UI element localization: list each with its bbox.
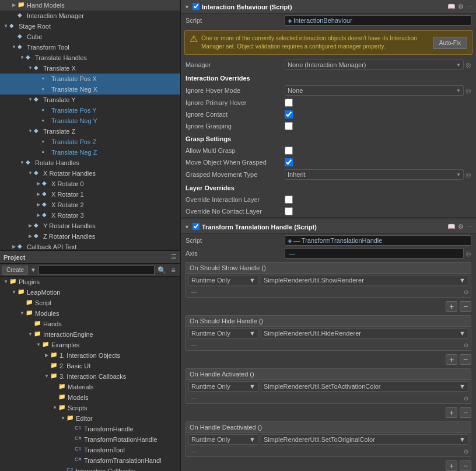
project-item-transform-handle[interactable]: C# TransformHandle	[0, 424, 180, 434]
project-item-modules[interactable]: ▼ 📁 Modules	[0, 308, 180, 319]
axis-value-field[interactable]: —	[285, 248, 464, 259]
expand-arrow: ▼	[2, 278, 9, 285]
hierarchy-item-x-rotator-3[interactable]: ▶ ◆ X Rotator 3	[0, 210, 180, 221]
hierarchy-item-transform-tool[interactable]: ▼ ◆ Transform Tool	[0, 42, 180, 53]
runtime-only-dropdown-activated[interactable]: Runtime Only ▼	[188, 381, 258, 392]
hierarchy-item-y-rotator-handles[interactable]: ▶ ◆ Y Rotator Handles	[0, 221, 180, 231]
component-menu-icon[interactable]: ⚙	[458, 223, 464, 231]
ignore-contact-checkbox[interactable]	[285, 110, 293, 118]
add-event-button[interactable]: +	[446, 301, 457, 312]
runtime-only-dropdown-hide[interactable]: Runtime Only ▼	[188, 328, 258, 339]
project-item-examples[interactable]: ▼ 📁 Examples	[0, 340, 180, 350]
hierarchy-item-translate-neg-y[interactable]: ▪ Translate Neg Y	[0, 116, 180, 126]
project-item-interaction-engine[interactable]: ▼ 📁 InteractionEngine	[0, 329, 180, 340]
overflow-icon[interactable]: ⋯	[466, 3, 473, 11]
event-pick-icon[interactable]: ⊙	[464, 395, 468, 402]
hierarchy-item-translate-handles[interactable]: ▼ ◆ Translate Handles	[0, 53, 180, 63]
overflow-icon[interactable]: ⋯	[466, 223, 473, 231]
hierarchy-item-translate-pos-y[interactable]: ▪ Translate Pos Y	[0, 105, 180, 116]
hierarchy-item-translate-y[interactable]: ▼ ◆ Translate Y	[0, 95, 180, 105]
hierarchy-item-z-rotator-handles[interactable]: ▶ ◆ Z Rotator Handles	[0, 231, 180, 242]
hierarchy-item-callback-api[interactable]: ▶ ◆ Callback API Text	[0, 242, 180, 251]
project-item-transform-rotation[interactable]: C# TransformRotationHandle	[0, 434, 180, 445]
override-interaction-checkbox[interactable]	[285, 196, 293, 204]
project-item-materials[interactable]: 📁 Materials	[0, 382, 180, 392]
expand-arrow: ▼	[27, 96, 34, 103]
axis-info-icon[interactable]: ◎	[466, 250, 471, 257]
event-controls-activated: — ⊙	[186, 393, 471, 403]
hierarchy-item-x-rotator-2[interactable]: ▶ ◆ X Rotator 2	[0, 200, 180, 210]
hierarchy-item-translate-pos-x[interactable]: ▪ Translate Pos X	[0, 74, 180, 84]
ignore-hover-dropdown[interactable]: None ▼	[285, 85, 464, 96]
project-item-transform-tool[interactable]: C# TransformTool	[0, 445, 180, 455]
move-when-grasped-checkbox[interactable]	[285, 158, 293, 166]
runtime-only-dropdown-show[interactable]: Runtime Only ▼	[188, 275, 258, 285]
project-item-leapmotion[interactable]: ▼ 📁 LeapMotion	[0, 287, 180, 298]
add-event-button[interactable]: +	[446, 407, 457, 418]
component-enabled-checkbox[interactable]	[192, 3, 200, 10]
fn-dropdown-show[interactable]: SimpleRendererUtil.ShowRenderer ▼	[261, 275, 468, 285]
project-item-interaction-objects[interactable]: ▶ 📁 1. Interaction Objects	[0, 350, 180, 361]
remove-event-button[interactable]: −	[460, 407, 471, 418]
search-button[interactable]: 🔍	[157, 266, 166, 275]
fn-dropdown-activated[interactable]: SimpleRendererUtil.SetToActivationColor …	[261, 381, 468, 392]
runtime-only-dropdown-deactivated[interactable]: Runtime Only ▼	[188, 434, 258, 445]
component-menu-icon[interactable]: ⚙	[458, 3, 464, 11]
project-item-interaction-callbacks-cs[interactable]: C# Interaction Callbacks	[0, 466, 180, 471]
project-item-editor[interactable]: ▼ 📁 Editor	[0, 413, 180, 424]
hierarchy-item-x-rotator-0[interactable]: ▶ ◆ X Rotator 0	[0, 179, 180, 189]
add-event-button[interactable]: +	[446, 354, 457, 365]
manager-dropdown[interactable]: None (Interaction Manager) ▼	[285, 60, 464, 70]
remove-event-button[interactable]: −	[460, 301, 471, 312]
book-icon[interactable]: 📖	[447, 3, 456, 11]
project-item-models[interactable]: 📁 Models	[0, 392, 180, 403]
project-search-input[interactable]	[38, 266, 155, 275]
project-item-scripts[interactable]: ▼ 📁 Scripts	[0, 403, 180, 413]
ignore-grasping-checkbox[interactable]	[285, 122, 293, 130]
expand-arrow-icon[interactable]: ▼	[184, 4, 190, 10]
panel-menu-icon[interactable]: ☰	[171, 253, 177, 261]
hierarchy-item-stage-root[interactable]: ▼ ◆ Stage Root	[0, 21, 180, 32]
auto-fix-button[interactable]: Auto-Fix	[433, 37, 467, 49]
manager-pick-icon[interactable]: ◎	[466, 61, 471, 69]
hierarchy-item-interaction-manager[interactable]: ◆ Interaction Manager	[0, 11, 180, 21]
hierarchy-item-hand-models[interactable]: ▶ 📁 Hand Models	[0, 0, 180, 11]
hierarchy-item-translate-pos-z[interactable]: ▪ Translate Pos Z	[0, 137, 180, 147]
project-item-transform-translation[interactable]: C# TransformTranslationHandl	[0, 455, 180, 466]
hierarchy-item-translate-z[interactable]: ▼ ◆ Translate Z	[0, 126, 180, 137]
add-event-button[interactable]: +	[446, 460, 457, 471]
book-icon[interactable]: 📖	[447, 223, 456, 231]
project-item-hands[interactable]: 📁 Hands	[0, 319, 180, 329]
component-enabled-checkbox[interactable]	[192, 223, 200, 230]
ignore-primary-hover-checkbox[interactable]	[285, 99, 293, 107]
event-pick-icon[interactable]: ⊙	[464, 448, 468, 455]
hierarchy-item-rotate-handles[interactable]: ▼ ◆ Rotate Handles	[0, 158, 180, 168]
hierarchy-item-translate-neg-x[interactable]: ▪ Translate Neg X	[0, 84, 180, 95]
hierarchy-item-cube[interactable]: ◆ Cube	[0, 32, 180, 42]
remove-event-button[interactable]: −	[460, 460, 471, 471]
override-no-contact-checkbox[interactable]	[285, 207, 293, 215]
create-button[interactable]: Create	[2, 266, 28, 275]
fn-dropdown-hide[interactable]: SimpleRendererUtil.HideRenderer ▼	[261, 328, 468, 339]
event-pick-icon[interactable]: ⊙	[464, 289, 468, 295]
expand-arrow-icon[interactable]: ▼	[184, 224, 190, 230]
hover-info-icon[interactable]: ◎	[466, 87, 471, 95]
project-item-core[interactable]: 📁 Script	[0, 298, 180, 308]
hierarchy-item-translate-neg-z[interactable]: ▪ Translate Neg Z	[0, 147, 180, 158]
project-item-basic-ui[interactable]: 📁 2. Basic UI	[0, 361, 180, 371]
fn-dropdown-deactivated[interactable]: SimpleRendererUtil.SetToOriginalColor ▼	[261, 434, 468, 445]
hierarchy-item-x-rotator-1[interactable]: ▶ ◆ X Rotator 1	[0, 189, 180, 200]
remove-event-button[interactable]: −	[460, 354, 471, 365]
list-view-button[interactable]: ≡	[169, 266, 178, 275]
tree-label: Scripts	[68, 404, 88, 411]
project-item-plugins[interactable]: ▼ 📁 Plugins	[0, 277, 180, 287]
script-field-value[interactable]: ◈ InteractionBehaviour	[285, 15, 471, 26]
grasped-movement-dropdown[interactable]: Inherit ▼	[285, 169, 464, 180]
hierarchy-item-translate-x[interactable]: ▼ ◆ Translate X	[0, 63, 180, 74]
grasped-info-icon[interactable]: ◎	[466, 171, 471, 179]
project-item-interaction-callbacks[interactable]: ▼ 📁 3. Interaction Callbacks	[0, 371, 180, 382]
hierarchy-item-x-rotator-handles[interactable]: ▼ ◆ X Rotator Handles	[0, 168, 180, 179]
script-value-field[interactable]: ◈ — TransformTranslationHandle	[285, 235, 471, 246]
event-pick-icon[interactable]: ⊙	[464, 342, 468, 348]
allow-multi-grasp-checkbox[interactable]	[285, 146, 293, 155]
